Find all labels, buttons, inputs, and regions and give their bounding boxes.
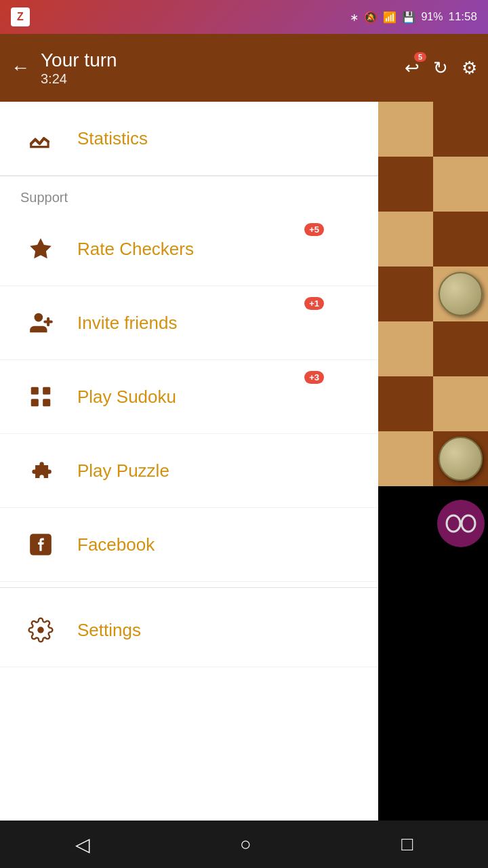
checker-cell	[378, 267, 433, 321]
svg-point-9	[37, 627, 44, 633]
checker-cell	[433, 376, 488, 431]
checker-cell	[433, 321, 488, 376]
invite-friends-badge: +1	[304, 297, 324, 310]
settings-label: Settings	[77, 620, 141, 641]
status-bar: Z ∗ 🔕 📶 💾 91% 11:58	[0, 0, 488, 34]
nav-back-button[interactable]: ◁	[55, 827, 110, 863]
menu-item-invite-friends[interactable]: Invite friends +1	[0, 286, 378, 360]
status-bar-right: ∗ 🔕 📶 💾 91% 11:58	[350, 10, 477, 24]
checker-cell	[378, 431, 433, 486]
svg-marker-0	[30, 238, 52, 258]
statistics-label: Statistics	[77, 128, 148, 149]
checker-cell	[378, 376, 433, 431]
gear-icon	[20, 610, 61, 650]
checker-cell-black	[378, 486, 433, 596]
support-section-label: Support	[0, 176, 378, 212]
star-icon	[20, 229, 61, 269]
facebook-icon	[20, 524, 61, 565]
sd-icon: 💾	[402, 11, 415, 24]
checker-cell-logo	[433, 486, 488, 596]
toolbar: ← Your turn 3:24 ↩ 5 ↻ ⚙	[0, 34, 488, 102]
checker-cell	[378, 321, 433, 376]
grid-icon	[20, 376, 61, 417]
menu-item-statistics[interactable]: Statistics	[0, 102, 378, 176]
toolbar-actions: ↩ 5 ↻ ⚙	[405, 58, 477, 79]
checker-cell	[433, 157, 488, 212]
nav-home-button[interactable]: ○	[220, 827, 272, 862]
battery-text: 91%	[421, 11, 443, 23]
clock: 11:58	[448, 10, 477, 24]
rate-checkers-label: Rate Checkers	[77, 239, 194, 260]
svg-rect-6	[31, 399, 39, 406]
side-panel	[378, 102, 488, 868]
svg-rect-7	[43, 399, 50, 406]
checker-cell-with-piece	[433, 267, 488, 321]
undo-button[interactable]: ↩ 5	[405, 58, 420, 79]
checker-cell	[378, 157, 433, 212]
menu-item-play-sudoku[interactable]: Play Sudoku +3	[0, 360, 378, 434]
undo-badge: 5	[414, 52, 426, 62]
toolbar-title-block: Your turn 3:24	[41, 50, 405, 87]
bottom-nav: ◁ ○ □	[0, 821, 488, 868]
svg-rect-4	[31, 387, 39, 395]
invite-friends-label: Invite friends	[77, 313, 177, 334]
page-subtitle: 3:24	[41, 71, 405, 87]
checker-cell	[378, 212, 433, 267]
bluetooth-icon: ∗	[350, 11, 359, 24]
facebook-label: Facebook	[77, 534, 155, 555]
checker-piece-2	[439, 437, 483, 481]
puzzle-icon	[20, 450, 61, 491]
play-sudoku-label: Play Sudoku	[77, 387, 176, 408]
nav-recent-button[interactable]: □	[381, 827, 433, 862]
svg-point-1	[35, 313, 43, 322]
app-icon: Z	[11, 7, 30, 26]
menu-item-facebook[interactable]: Facebook	[0, 508, 378, 582]
checker-cell	[378, 102, 433, 157]
checker-board	[378, 102, 488, 596]
checker-cell	[433, 102, 488, 157]
person-add-icon	[20, 302, 61, 343]
trending-up-icon	[20, 118, 61, 159]
status-bar-left: Z	[11, 7, 30, 26]
checker-cell	[433, 212, 488, 267]
settings-button[interactable]: ⚙	[462, 58, 477, 79]
menu-item-settings[interactable]: Settings	[0, 593, 378, 667]
svg-rect-5	[43, 387, 50, 395]
mute-icon: 🔕	[364, 11, 378, 24]
menu-item-rate-checkers[interactable]: Rate Checkers +5	[0, 212, 378, 286]
logo-watermark	[437, 500, 485, 547]
back-button[interactable]: ←	[11, 57, 30, 79]
wifi-icon: 📶	[383, 11, 396, 24]
page-title: Your turn	[41, 50, 405, 71]
menu-panel: Statistics Support Rate Checkers +5	[0, 102, 378, 868]
divider	[0, 587, 378, 588]
play-sudoku-badge: +3	[304, 371, 324, 384]
main-content: Statistics Support Rate Checkers +5	[0, 102, 488, 868]
checker-cell-with-piece-2	[433, 431, 488, 486]
refresh-button[interactable]: ↻	[433, 58, 448, 79]
svg-point-11	[462, 515, 475, 532]
checker-piece	[439, 272, 483, 316]
menu-item-play-puzzle[interactable]: Play Puzzle	[0, 434, 378, 508]
play-puzzle-label: Play Puzzle	[77, 460, 169, 481]
menu-scroll[interactable]: Statistics Support Rate Checkers +5	[0, 102, 378, 868]
rate-checkers-badge: +5	[304, 223, 324, 236]
svg-point-10	[447, 515, 460, 532]
